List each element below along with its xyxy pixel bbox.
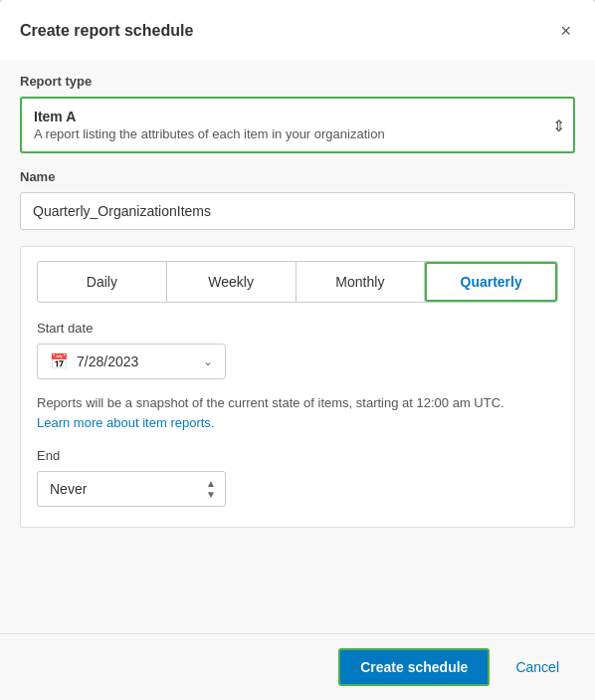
dialog-footer: Create schedule Cancel [0,633,595,700]
calendar-icon: 📅 [50,352,69,370]
dialog-title: Create report schedule [20,22,193,40]
end-label: End [37,448,558,463]
tab-weekly[interactable]: Weekly [167,262,297,302]
name-input[interactable] [20,192,575,230]
create-report-dialog: Create report schedule × Report type Ite… [0,0,595,700]
name-label: Name [20,169,575,184]
start-date-picker[interactable]: 📅 7/28/2023 ⌄ [37,344,226,379]
tab-daily[interactable]: Daily [38,262,167,302]
tabs-row: Daily Weekly Monthly Quarterly [37,261,558,303]
dialog-body: Report type Item A A report listing the … [0,60,595,633]
report-type-desc: A report listing the attributes of each … [34,126,533,141]
cancel-button[interactable]: Cancel [499,650,575,684]
info-text: Reports will be a snapshot of the curren… [37,393,558,432]
close-button[interactable]: × [556,18,575,44]
end-select[interactable]: Never On date After [37,471,226,507]
report-type-wrapper: Item A A report listing the attributes o… [20,97,575,153]
snapshot-info: Reports will be a snapshot of the curren… [37,395,504,410]
name-section: Name [20,169,575,230]
learn-more-link[interactable]: Learn more about item reports. [37,415,214,430]
tab-quarterly[interactable]: Quarterly [425,262,557,302]
tabs-section: Daily Weekly Monthly Quarterly Start dat… [20,246,575,528]
date-picker-chevron-icon: ⌄ [203,354,213,368]
end-select-wrapper: Never On date After ▲▼ [37,471,226,507]
start-date-label: Start date [37,321,558,336]
report-type-title: Item A [34,109,533,124]
report-type-label: Report type [20,74,575,89]
dialog-header: Create report schedule × [0,0,595,60]
start-date-value: 7/28/2023 [77,353,195,369]
tab-monthly[interactable]: Monthly [297,262,426,302]
create-schedule-button[interactable]: Create schedule [338,648,490,686]
report-type-select[interactable]: Item A A report listing the attributes o… [20,97,575,153]
